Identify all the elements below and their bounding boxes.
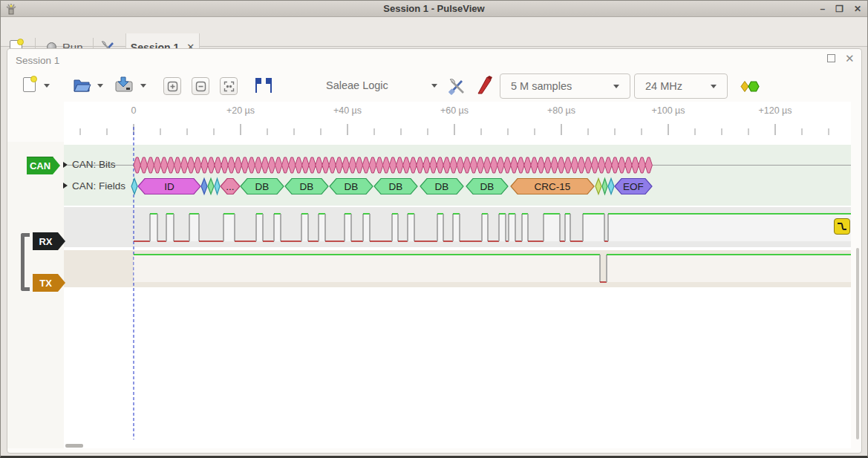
pulseview-window: Session 1 - PulseView – ❒ ✕ Run Session …: [0, 0, 868, 458]
decoder-tag-label: CAN: [30, 160, 50, 171]
sample-count-combobox[interactable]: 5 M samples: [500, 73, 630, 99]
window-title: Session 1 - PulseView: [1, 3, 867, 14]
horizontal-scrollbar[interactable]: [65, 444, 83, 448]
zoom-in-button[interactable]: [163, 77, 181, 95]
row-label-can-fields[interactable]: CAN: Fields: [72, 180, 125, 192]
tx-band: [64, 250, 851, 287]
dock-close-button[interactable]: ✕: [845, 52, 855, 65]
device-dropdown-caret[interactable]: [431, 84, 437, 88]
sample-rate-value: 24 MHz: [645, 80, 682, 92]
sample-rate-caret: [711, 85, 717, 88]
trace-label-column: [7, 142, 64, 448]
open-dropdown-caret[interactable]: [97, 84, 103, 88]
rx-tag-label: RX: [39, 236, 52, 247]
main-toolbar: Run Session 1 ✕: [1, 17, 867, 47]
sample-count-caret: [613, 85, 619, 88]
open-file-button[interactable]: [72, 76, 91, 94]
expander-can-bits[interactable]: [63, 162, 68, 168]
trigger-probe-icon[interactable]: [476, 76, 494, 95]
zoom-fit-button[interactable]: [220, 77, 238, 95]
device-config-icon[interactable]: [448, 77, 466, 95]
dock-title: Session 1: [16, 55, 59, 66]
tx-tag-label: TX: [39, 278, 52, 289]
new-session-file-button[interactable]: [23, 77, 36, 92]
show-cursors-button[interactable]: [253, 77, 274, 94]
close-button[interactable]: ✕: [854, 4, 861, 14]
minimize-button[interactable]: –: [820, 4, 825, 14]
row-label-can-bits[interactable]: CAN: Bits: [72, 159, 116, 170]
maximize-button[interactable]: ❒: [835, 4, 843, 14]
decoder-band: [64, 145, 851, 206]
vertical-scrollbar[interactable]: [856, 248, 859, 439]
dock-float-button[interactable]: [827, 54, 835, 62]
new-dropdown-caret[interactable]: [44, 84, 50, 88]
save-dropdown-caret[interactable]: [140, 84, 146, 88]
new-file-icon: [23, 77, 36, 92]
save-button[interactable]: [114, 76, 134, 94]
channel-group-bracket[interactable]: [21, 233, 30, 291]
zoom-out-button[interactable]: [192, 77, 209, 95]
trigger-marker-falling-edge-icon[interactable]: [834, 218, 850, 235]
sample-count-value: 5 M samples: [511, 80, 572, 92]
rx-band: [64, 207, 851, 247]
expander-can-fields[interactable]: [63, 183, 68, 189]
sample-rate-combobox[interactable]: 24 MHz: [634, 73, 728, 99]
device-selector[interactable]: Saleae Logic: [326, 79, 388, 91]
add-decoder-button[interactable]: [740, 80, 760, 93]
title-bar[interactable]: Session 1 - PulseView – ❒ ✕: [1, 1, 867, 17]
